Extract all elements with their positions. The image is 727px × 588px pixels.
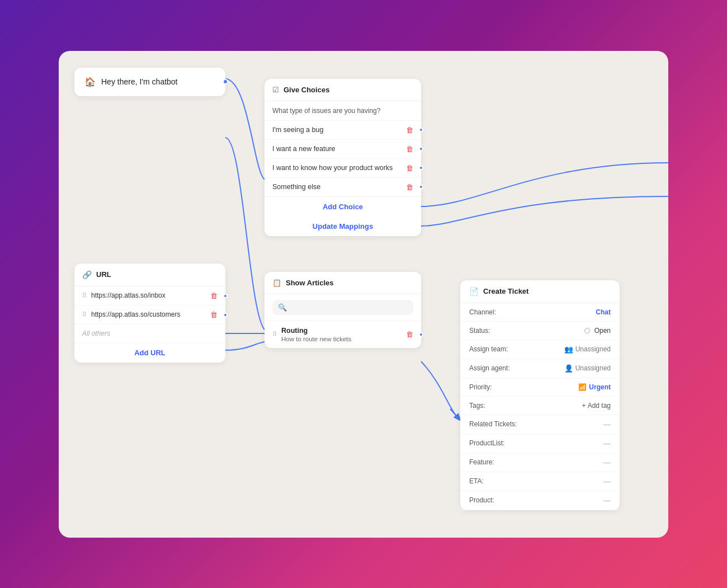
- choice-text-3: I want to know how your product works: [272, 164, 402, 172]
- articles-search-bar[interactable]: 🔍: [272, 300, 413, 315]
- url-item-wrap-1: ⠿ https://app.atlas.so/inbox 🗑: [74, 286, 225, 305]
- choice-1-dot: [419, 128, 423, 132]
- eta-label: ETA:: [469, 477, 484, 485]
- ticket-title: Create Ticket: [483, 287, 528, 295]
- team-icon: 👥: [564, 345, 573, 354]
- choice-item-4: Something else 🗑: [265, 177, 421, 196]
- give-choices-question: What type of issues are you having?: [265, 101, 421, 120]
- routing-item-1: ⠿ Routing How to route new tickets 🗑: [265, 321, 421, 348]
- ticket-row-priority: Priority: 📶 Urgent: [460, 378, 620, 397]
- drag-handle-1[interactable]: ⠿: [82, 292, 87, 299]
- plus-icon: +: [582, 402, 586, 410]
- delete-choice-4[interactable]: 🗑: [406, 183, 413, 191]
- related-label: Related Tickets:: [469, 420, 517, 428]
- ticket-header: 📄 Create Ticket: [460, 280, 620, 303]
- choice-2-dot: [419, 147, 423, 151]
- articles-icon: 📋: [272, 279, 281, 287]
- delete-choice-2[interactable]: 🗑: [406, 145, 413, 153]
- tags-label: Tags:: [469, 402, 485, 410]
- ticket-row-eta: ETA: —: [460, 472, 620, 491]
- eta-value: —: [603, 477, 611, 486]
- delete-url-1[interactable]: 🗑: [210, 291, 218, 300]
- url-placeholder: All others: [74, 324, 225, 343]
- show-articles-card: 📋 Show Articles 🔍 ⠿ Routing How to route…: [265, 272, 421, 348]
- url-item-wrap-2: ⠿ https://app.atlas.so/customers 🗑: [74, 305, 225, 324]
- ticket-row-feature: Feature: —: [460, 453, 620, 472]
- priority-value[interactable]: 📶 Urgent: [578, 383, 611, 391]
- routing-drag-handle[interactable]: ⠿: [272, 331, 277, 338]
- give-choices-title: Give Choices: [284, 86, 329, 94]
- choice-4-dot: [419, 185, 423, 189]
- give-choices-card: ☑ Give Choices What type of issues are y…: [265, 79, 421, 236]
- team-label: Assign team:: [469, 345, 508, 353]
- delete-routing-1[interactable]: 🗑: [406, 330, 413, 338]
- url-1-dot: [223, 294, 228, 298]
- ticket-row-product: Product: —: [460, 491, 620, 510]
- channel-label: Channel:: [469, 308, 496, 316]
- agent-label: Assign agent:: [469, 364, 510, 372]
- feature-value: —: [603, 458, 611, 467]
- delete-choice-3[interactable]: 🗑: [406, 164, 413, 172]
- add-choice-button[interactable]: Add Choice: [265, 196, 421, 217]
- agent-icon: 👤: [564, 364, 573, 373]
- delete-choice-1[interactable]: 🗑: [406, 126, 413, 134]
- drag-handle-2[interactable]: ⠿: [82, 311, 87, 318]
- show-articles-title: Show Articles: [286, 279, 333, 287]
- agent-value[interactable]: 👤 Unassigned: [564, 364, 611, 373]
- ticket-row-status: Status: Open: [460, 322, 620, 340]
- feature-label: Feature:: [469, 458, 494, 466]
- team-value[interactable]: 👥 Unassigned: [564, 345, 611, 354]
- ticket-row-related: Related Tickets: —: [460, 415, 620, 434]
- ticket-row-productlist: ProductList: —: [460, 434, 620, 453]
- delete-url-2[interactable]: 🗑: [210, 311, 218, 319]
- flow-canvas: 🏠 Hey there, I'm chatbot ☑ Give Choices …: [59, 51, 668, 538]
- url-text-1: https://app.atlas.so/inbox: [91, 291, 201, 299]
- url-2-dot: [223, 313, 228, 317]
- status-label: Status:: [469, 327, 490, 335]
- checkbox-icon: ☑: [272, 86, 279, 94]
- chatbot-card: 🏠 Hey there, I'm chatbot: [74, 68, 225, 96]
- ticket-row-channel: Channel: Chat: [460, 303, 620, 322]
- add-tag-button[interactable]: + Add tag: [582, 402, 611, 410]
- choice-3-dot: [419, 166, 423, 170]
- give-choices-header: ☑ Give Choices: [265, 79, 421, 101]
- chatbot-output-dot: [223, 79, 228, 84]
- choice-text-4: Something else: [272, 183, 402, 191]
- choice-item-1: I'm seeing a bug 🗑: [265, 120, 421, 139]
- add-tag-text: Add tag: [588, 402, 611, 410]
- url-text-2: https://app.atlas.so/customers: [91, 311, 201, 318]
- url-item-1: ⠿ https://app.atlas.so/inbox 🗑: [74, 286, 225, 305]
- url-card-header: 🔗 URL: [74, 264, 225, 286]
- routing-title: Routing: [281, 327, 406, 335]
- articles-search-input[interactable]: [290, 303, 408, 311]
- related-value: —: [603, 420, 611, 429]
- choice-text-2: I want a new feature: [272, 145, 402, 153]
- url-item-2: ⠿ https://app.atlas.so/customers 🗑: [74, 305, 225, 324]
- routing-1-dot: [419, 332, 423, 337]
- channel-value[interactable]: Chat: [596, 308, 611, 316]
- chatbot-title: Hey there, I'm chatbot: [101, 77, 178, 86]
- ticket-icon: 📄: [469, 287, 479, 296]
- product-value: —: [603, 496, 611, 505]
- priority-icon: 📶: [578, 383, 587, 391]
- show-articles-header: 📋 Show Articles: [265, 272, 421, 294]
- url-card: 🔗 URL ⠿ https://app.atlas.so/inbox 🗑 ⠿ h…: [74, 264, 225, 363]
- url-card-title: URL: [96, 270, 111, 279]
- choice-item-3: I want to know how your product works 🗑: [265, 158, 421, 177]
- routing-content: Routing How to route new tickets: [281, 327, 406, 342]
- home-icon: 🏠: [84, 77, 96, 87]
- productlist-value: —: [603, 439, 611, 448]
- choice-item-2: I want a new feature 🗑: [265, 139, 421, 158]
- product-label: Product:: [469, 496, 494, 504]
- update-mappings-button[interactable]: Update Mappings: [265, 217, 421, 236]
- add-url-button[interactable]: Add URL: [74, 343, 225, 363]
- status-value[interactable]: Open: [584, 327, 611, 335]
- ticket-row-agent: Assign agent: 👤 Unassigned: [460, 359, 620, 378]
- search-icon: 🔍: [278, 303, 287, 312]
- create-ticket-card: 📄 Create Ticket Channel: Chat Status: Op…: [460, 280, 620, 510]
- choice-text-1: I'm seeing a bug: [272, 126, 402, 134]
- routing-subtitle: How to route new tickets: [281, 336, 406, 342]
- priority-label: Priority:: [469, 383, 492, 391]
- link-icon: 🔗: [82, 270, 92, 279]
- productlist-label: ProductList:: [469, 439, 504, 447]
